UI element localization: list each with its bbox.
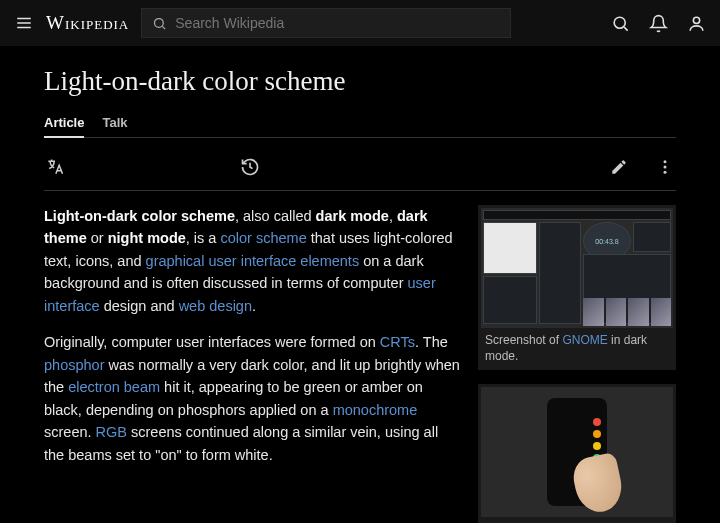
page-title: Light-on-dark color scheme [44,66,676,97]
search-input[interactable] [175,15,500,31]
link-monochrome[interactable]: monochrome [333,402,418,418]
infobox-column: 00:43.8 Screenshot of GNOME in dark mode… [478,205,676,523]
figure-phone-image[interactable] [481,387,673,517]
figure-phone: Dark Mode User Interface Ecobranding [478,384,676,523]
link-rgb[interactable]: RGB [96,424,127,440]
term-bold: dark mode [316,208,389,224]
search-icon [152,16,167,31]
figure-gnome-caption: Screenshot of GNOME in dark mode. [481,328,673,367]
search-icon-button[interactable] [610,13,630,33]
link-electron-beam[interactable]: electron beam [68,379,160,395]
history-icon[interactable] [239,156,261,178]
figure-gnome: 00:43.8 Screenshot of GNOME in dark mode… [478,205,676,370]
link-gnome[interactable]: GNOME [562,333,607,347]
wikipedia-logo[interactable]: Wikipedia [46,12,129,34]
svg-line-4 [163,26,166,29]
page-tabs: Article Talk [44,109,676,138]
svg-point-3 [155,18,164,27]
article-text: Light-on-dark color scheme, also called … [44,205,462,523]
user-icon[interactable] [686,13,706,33]
link-crts[interactable]: CRTs [380,334,415,350]
hand-graphic [570,452,627,516]
svg-point-9 [663,166,666,169]
edit-icon[interactable] [608,156,630,178]
tab-talk[interactable]: Talk [102,109,127,137]
svg-point-10 [663,171,666,174]
figure-gnome-image[interactable]: 00:43.8 [481,208,673,328]
link-gui-elements[interactable]: graphical user interface elements [146,253,360,269]
page-content: Light-on-dark color scheme Article Talk … [0,46,720,523]
svg-line-6 [624,27,627,30]
menu-icon[interactable] [14,13,34,33]
figure-phone-caption: Dark Mode User Interface Ecobranding [481,517,673,523]
svg-point-8 [663,160,666,163]
paragraph-2: Originally, computer user interfaces wer… [44,331,462,466]
svg-point-5 [614,17,625,28]
link-color-scheme[interactable]: color scheme [220,230,306,246]
bell-icon[interactable] [648,13,668,33]
language-icon[interactable] [44,156,66,178]
term-bold: night mode [108,230,186,246]
link-phosphor[interactable]: phosphor [44,357,104,373]
more-icon[interactable] [654,156,676,178]
tab-article[interactable]: Article [44,109,84,138]
article-toolbar [44,144,676,191]
search-box[interactable] [141,8,511,38]
header-actions [610,13,706,33]
article-body: Light-on-dark color scheme, also called … [44,205,676,523]
main-header: Wikipedia [0,0,720,46]
link-web-design[interactable]: web design [179,298,252,314]
term-bold: Light-on-dark color scheme [44,208,235,224]
svg-point-7 [693,17,699,23]
paragraph-1: Light-on-dark color scheme, also called … [44,205,462,317]
